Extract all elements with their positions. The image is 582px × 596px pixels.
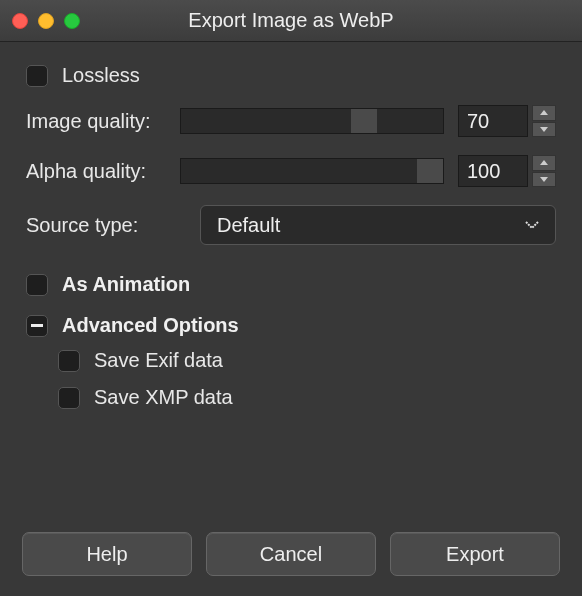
as-animation-label: As Animation [62,273,190,296]
as-animation-checkbox[interactable] [26,274,48,296]
alpha-quality-slider[interactable] [180,158,444,184]
alpha-quality-thumb[interactable] [417,159,443,183]
image-quality-spinbox: 70 [458,105,556,137]
alpha-quality-spinbox: 100 [458,155,556,187]
arrow-down-icon [540,127,548,132]
alpha-quality-row: Alpha quality: 100 [26,155,556,187]
titlebar: Export Image as WebP [0,0,582,42]
image-quality-input[interactable]: 70 [458,105,528,137]
source-type-select[interactable]: Default [200,205,556,245]
alpha-quality-down[interactable] [532,172,556,188]
dialog-content: Lossless Image quality: 70 Alpha quality… [0,42,582,409]
save-exif-label: Save Exif data [94,349,223,372]
advanced-options-checkbox[interactable] [26,315,48,337]
alpha-quality-input[interactable]: 100 [458,155,528,187]
advanced-options-group: Save Exif data Save XMP data [26,349,556,409]
image-quality-label: Image quality: [26,110,166,133]
close-icon[interactable] [12,13,28,29]
image-quality-up[interactable] [532,105,556,121]
save-xmp-label: Save XMP data [94,386,233,409]
image-quality-thumb[interactable] [351,109,377,133]
source-type-row: Source type: Default [26,205,556,245]
lossless-checkbox[interactable] [26,65,48,87]
save-exif-checkbox[interactable] [58,350,80,372]
advanced-options-row: Advanced Options [26,314,556,337]
lossless-row: Lossless [26,64,556,87]
image-quality-row: Image quality: 70 [26,105,556,137]
arrow-up-icon [540,110,548,115]
cancel-button[interactable]: Cancel [206,532,376,576]
export-button[interactable]: Export [390,532,560,576]
image-quality-down[interactable] [532,122,556,138]
advanced-options-label: Advanced Options [62,314,239,337]
alpha-quality-up[interactable] [532,155,556,171]
source-type-value: Default [217,214,280,237]
arrow-up-icon [540,160,548,165]
arrow-down-icon [540,177,548,182]
dialog-buttons: Help Cancel Export [22,532,560,576]
alpha-quality-stepper [532,155,556,187]
window-title: Export Image as WebP [0,9,582,32]
as-animation-row: As Animation [26,273,556,296]
zoom-icon[interactable] [64,13,80,29]
alpha-quality-label: Alpha quality: [26,160,166,183]
window-controls [12,13,80,29]
save-xmp-row: Save XMP data [58,386,556,409]
image-quality-stepper [532,105,556,137]
help-button[interactable]: Help [22,532,192,576]
chevron-down-icon [525,221,539,229]
lossless-label: Lossless [62,64,140,87]
minimize-icon[interactable] [38,13,54,29]
save-xmp-checkbox[interactable] [58,387,80,409]
source-type-label: Source type: [26,214,186,237]
save-exif-row: Save Exif data [58,349,556,372]
image-quality-slider[interactable] [180,108,444,134]
